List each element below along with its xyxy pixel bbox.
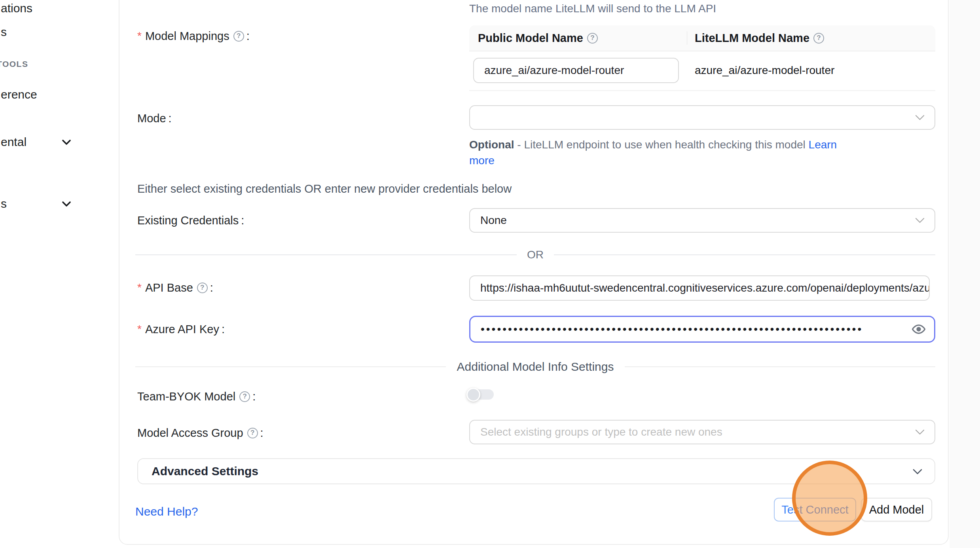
label-colon: : bbox=[241, 214, 244, 227]
credentials-note: Either select existing credentials OR en… bbox=[137, 182, 512, 195]
existing-credentials-select[interactable]: None bbox=[469, 208, 935, 233]
chevron-down-icon bbox=[62, 201, 71, 207]
azure-api-key-input[interactable]: ••••••••••••••••••••••••••••••••••••••••… bbox=[469, 316, 935, 343]
model-mappings-label: * Model Mappings ? : bbox=[137, 29, 250, 43]
azure-api-key-label-text: Azure API Key bbox=[145, 322, 219, 336]
required-asterisk: * bbox=[137, 29, 142, 43]
label-colon: : bbox=[210, 281, 213, 294]
sidebar-item-experimental[interactable]: ental bbox=[1, 135, 27, 149]
sidebar-section-tools: TOOLS bbox=[0, 59, 28, 69]
mappings-table-header: Public Model Name ? LiteLLM Model Name ? bbox=[469, 25, 935, 51]
chevron-down-icon bbox=[915, 114, 925, 121]
api-base-label-text: API Base bbox=[145, 281, 193, 294]
chevron-down-icon bbox=[915, 217, 925, 224]
existing-credentials-label-text: Existing Credentials bbox=[137, 214, 239, 227]
mode-label-text: Mode bbox=[137, 112, 166, 125]
required-asterisk: * bbox=[137, 322, 142, 336]
learn-more-link[interactable]: Learn bbox=[809, 138, 837, 151]
section-divider-text: Additional Model Info Settings bbox=[457, 360, 614, 374]
page-background bbox=[950, 0, 980, 548]
litellm-model-name-value: azure_ai/azure-model-router bbox=[695, 58, 834, 83]
model-mappings-label-text: Model Mappings bbox=[145, 29, 229, 43]
team-byok-label-text: Team-BYOK Model bbox=[137, 390, 235, 403]
divider-line bbox=[554, 254, 935, 255]
toggle-knob[interactable] bbox=[466, 388, 480, 402]
sidebar-item-reference[interactable]: erence bbox=[1, 88, 37, 101]
add-model-button[interactable]: Add Model bbox=[861, 498, 932, 521]
public-model-name-value: azure_ai/azure-model-router bbox=[474, 64, 624, 77]
mode-help-description: - LiteLLM endpoint to use when health ch… bbox=[514, 138, 809, 151]
label-colon: : bbox=[260, 426, 263, 440]
eye-icon[interactable] bbox=[911, 322, 926, 337]
section-divider: Additional Model Info Settings bbox=[135, 360, 935, 374]
divider-line bbox=[135, 254, 517, 255]
azure-api-key-label: * Azure API Key : bbox=[137, 322, 225, 336]
column-separator bbox=[687, 31, 687, 45]
advanced-settings-label: Advanced Settings bbox=[152, 459, 258, 484]
or-divider-text: OR bbox=[527, 248, 544, 261]
existing-credentials-value: None bbox=[470, 214, 507, 227]
api-base-value: https://ishaa-mh6uutut-swedencentral.cog… bbox=[470, 282, 930, 294]
column-header-litellm-model-name: LiteLLM Model Name ? bbox=[695, 25, 824, 51]
model-access-group-label: Model Access Group ? : bbox=[137, 426, 263, 440]
mode-label: Mode : bbox=[137, 112, 172, 125]
model-access-group-select[interactable]: Select existing groups or type to create… bbox=[469, 420, 935, 444]
table-row-divider bbox=[469, 90, 935, 91]
model-access-group-placeholder: Select existing groups or type to create… bbox=[470, 426, 722, 438]
existing-credentials-label: Existing Credentials : bbox=[137, 214, 244, 227]
sidebar-item-integrations[interactable]: ations bbox=[1, 2, 32, 15]
sidebar-item-settings[interactable]: s bbox=[1, 197, 7, 210]
question-circle-icon[interactable]: ? bbox=[233, 31, 244, 42]
public-model-name-header-text: Public Model Name bbox=[478, 32, 583, 45]
question-circle-icon[interactable]: ? bbox=[587, 33, 598, 44]
mode-help-line1: Optional - LiteLLM endpoint to use when … bbox=[469, 137, 837, 153]
learn-more-link[interactable]: more bbox=[469, 154, 495, 167]
divider-line bbox=[135, 366, 446, 367]
column-header-public-model-name: Public Model Name ? bbox=[478, 25, 598, 51]
add-model-page: ations s TOOLS erence ental s The model … bbox=[0, 0, 980, 548]
sidebar-item-models[interactable]: s bbox=[1, 25, 7, 39]
or-divider: OR bbox=[135, 248, 935, 261]
test-connect-button[interactable]: Test Connect bbox=[774, 498, 856, 521]
divider-line bbox=[625, 366, 935, 367]
label-colon: : bbox=[169, 112, 172, 125]
chevron-down-icon bbox=[62, 139, 71, 146]
mode-help-text: Optional - LiteLLM endpoint to use when … bbox=[469, 137, 837, 169]
password-masked-value: ••••••••••••••••••••••••••••••••••••••••… bbox=[470, 323, 863, 336]
label-colon: : bbox=[222, 322, 225, 336]
team-byok-label: Team-BYOK Model ? : bbox=[137, 390, 256, 403]
model-access-group-label-text: Model Access Group bbox=[137, 426, 243, 440]
question-circle-icon[interactable]: ? bbox=[813, 33, 824, 44]
question-circle-icon[interactable]: ? bbox=[197, 283, 208, 293]
optional-text: Optional bbox=[469, 138, 514, 151]
api-base-label: * API Base ? : bbox=[137, 281, 213, 294]
mode-help-line2: more bbox=[469, 153, 837, 169]
question-circle-icon[interactable]: ? bbox=[247, 428, 258, 438]
chevron-down-icon bbox=[912, 468, 923, 475]
need-help-link[interactable]: Need Help? bbox=[135, 505, 198, 518]
mode-select[interactable] bbox=[469, 105, 935, 130]
advanced-settings-panel[interactable]: Advanced Settings bbox=[137, 458, 935, 484]
question-circle-icon[interactable]: ? bbox=[239, 391, 250, 402]
model-name-help-text: The model name LiteLLM will send to the … bbox=[469, 2, 716, 16]
label-colon: : bbox=[252, 390, 256, 403]
public-model-name-input[interactable]: azure_ai/azure-model-router bbox=[473, 58, 679, 83]
api-base-input[interactable]: https://ishaa-mh6uutut-swedencentral.cog… bbox=[469, 275, 930, 301]
chevron-down-icon bbox=[915, 429, 925, 435]
required-asterisk: * bbox=[137, 281, 142, 294]
litellm-model-name-header-text: LiteLLM Model Name bbox=[695, 32, 809, 45]
label-colon: : bbox=[246, 29, 250, 43]
